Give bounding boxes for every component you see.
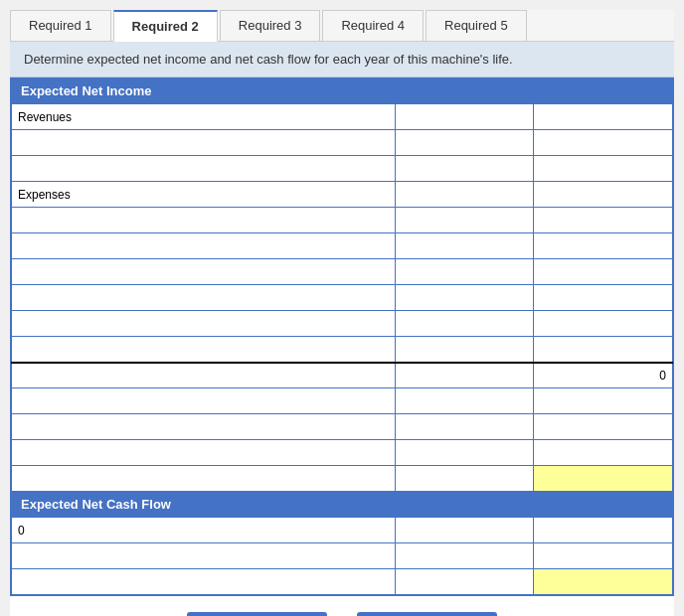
- net-cash-header: Expected Net Cash Flow: [11, 492, 673, 517]
- tab-required-4[interactable]: Required 4: [322, 10, 424, 41]
- main-container: Required 1 Required 2 Required 3 Require…: [10, 10, 674, 616]
- table-row: [12, 543, 673, 569]
- revenues-label: Revenues: [12, 104, 396, 130]
- revenues-right[interactable]: [534, 104, 673, 130]
- table-row: [12, 233, 673, 259]
- net-income-table: Revenues Expenses: [11, 103, 673, 492]
- table-row: [12, 414, 673, 440]
- table-row: Revenues: [12, 104, 673, 130]
- revenues-mid[interactable]: [395, 104, 534, 130]
- table-row: [12, 311, 673, 337]
- table-row: [12, 130, 673, 156]
- expenses-label: Expenses: [12, 182, 396, 208]
- bottom-nav: ‹ Required 1 Required 3 ›: [10, 596, 674, 616]
- table-row-value: 0: [12, 363, 673, 388]
- table-row: [12, 337, 673, 363]
- table-row: 0: [12, 518, 673, 543]
- net-cash-table: 0: [11, 517, 673, 595]
- tab-required-2[interactable]: Required 2: [113, 10, 218, 42]
- table-row-yellow: [12, 569, 673, 595]
- net-income-header: Expected Net Income: [11, 78, 673, 103]
- tab-required-5[interactable]: Required 5: [426, 10, 527, 41]
- tab-required-3[interactable]: Required 3: [220, 10, 321, 41]
- tab-required-1[interactable]: Required 1: [10, 10, 111, 41]
- tab-bar: Required 1 Required 2 Required 3 Require…: [10, 10, 674, 42]
- table-row: [12, 388, 673, 414]
- instructions-text: Determine expected net income and net ca…: [10, 42, 674, 77]
- next-button[interactable]: Required 3 ›: [357, 612, 497, 616]
- table-row: [12, 285, 673, 311]
- table-row: [12, 440, 673, 466]
- table-row: Expenses: [12, 182, 673, 208]
- total-value: 0: [534, 363, 673, 388]
- table-row: [12, 259, 673, 285]
- table-row: [12, 208, 673, 233]
- prev-button[interactable]: ‹ Required 1: [187, 612, 327, 616]
- cash-flow-label: 0: [12, 518, 396, 543]
- table-row-yellow: [12, 466, 673, 492]
- table-area: Expected Net Income Revenues Expenses: [10, 77, 674, 596]
- table-row: [12, 156, 673, 182]
